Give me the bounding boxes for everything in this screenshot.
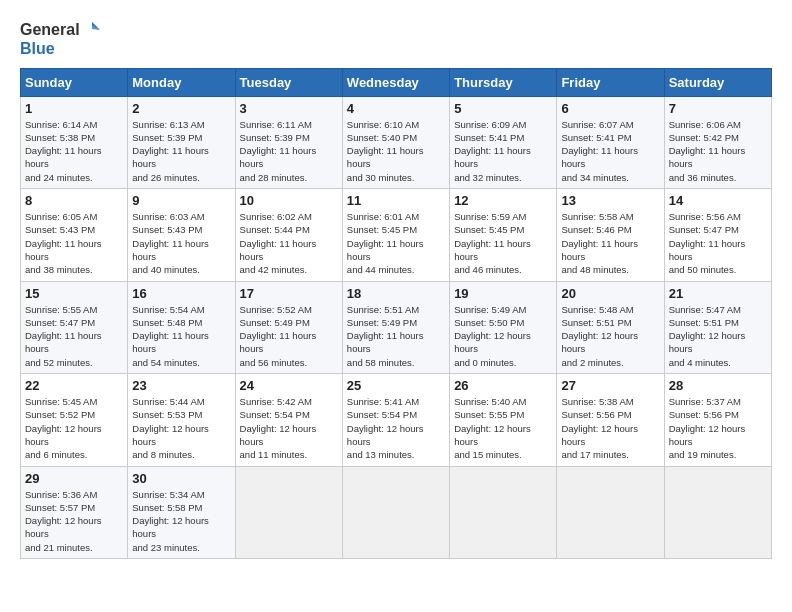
day-number: 29 xyxy=(25,471,123,486)
calendar-cell: 5 Sunrise: 6:09 AMSunset: 5:41 PMDayligh… xyxy=(450,96,557,188)
calendar-cell xyxy=(557,466,664,558)
calendar-week-5: 29 Sunrise: 5:36 AMSunset: 5:57 PMDaylig… xyxy=(21,466,772,558)
weekday-header-monday: Monday xyxy=(128,68,235,96)
day-info: Sunrise: 6:06 AMSunset: 5:42 PMDaylight:… xyxy=(669,118,767,184)
day-info: Sunrise: 5:59 AMSunset: 5:45 PMDaylight:… xyxy=(454,210,552,276)
calendar-cell: 19 Sunrise: 5:49 AMSunset: 5:50 PMDaylig… xyxy=(450,281,557,373)
logo-bird-icon xyxy=(82,20,102,40)
calendar-cell: 20 Sunrise: 5:48 AMSunset: 5:51 PMDaylig… xyxy=(557,281,664,373)
day-info: Sunrise: 5:38 AMSunset: 5:56 PMDaylight:… xyxy=(561,395,659,461)
day-number: 15 xyxy=(25,286,123,301)
day-number: 6 xyxy=(561,101,659,116)
day-number: 16 xyxy=(132,286,230,301)
day-info: Sunrise: 5:40 AMSunset: 5:55 PMDaylight:… xyxy=(454,395,552,461)
day-info: Sunrise: 5:42 AMSunset: 5:54 PMDaylight:… xyxy=(240,395,338,461)
day-info: Sunrise: 5:58 AMSunset: 5:46 PMDaylight:… xyxy=(561,210,659,276)
weekday-header-tuesday: Tuesday xyxy=(235,68,342,96)
calendar-cell: 26 Sunrise: 5:40 AMSunset: 5:55 PMDaylig… xyxy=(450,374,557,466)
calendar-cell: 28 Sunrise: 5:37 AMSunset: 5:56 PMDaylig… xyxy=(664,374,771,466)
day-info: Sunrise: 5:41 AMSunset: 5:54 PMDaylight:… xyxy=(347,395,445,461)
calendar-cell: 10 Sunrise: 6:02 AMSunset: 5:44 PMDaylig… xyxy=(235,189,342,281)
day-number: 17 xyxy=(240,286,338,301)
day-info: Sunrise: 6:10 AMSunset: 5:40 PMDaylight:… xyxy=(347,118,445,184)
day-info: Sunrise: 6:11 AMSunset: 5:39 PMDaylight:… xyxy=(240,118,338,184)
calendar-cell: 30 Sunrise: 5:34 AMSunset: 5:58 PMDaylig… xyxy=(128,466,235,558)
day-info: Sunrise: 5:55 AMSunset: 5:47 PMDaylight:… xyxy=(25,303,123,369)
day-info: Sunrise: 6:14 AMSunset: 5:38 PMDaylight:… xyxy=(25,118,123,184)
day-number: 26 xyxy=(454,378,552,393)
calendar-cell: 8 Sunrise: 6:05 AMSunset: 5:43 PMDayligh… xyxy=(21,189,128,281)
day-number: 2 xyxy=(132,101,230,116)
calendar-cell: 12 Sunrise: 5:59 AMSunset: 5:45 PMDaylig… xyxy=(450,189,557,281)
day-number: 9 xyxy=(132,193,230,208)
day-number: 20 xyxy=(561,286,659,301)
weekday-header-wednesday: Wednesday xyxy=(342,68,449,96)
day-number: 30 xyxy=(132,471,230,486)
calendar-cell: 23 Sunrise: 5:44 AMSunset: 5:53 PMDaylig… xyxy=(128,374,235,466)
calendar-cell: 2 Sunrise: 6:13 AMSunset: 5:39 PMDayligh… xyxy=(128,96,235,188)
day-info: Sunrise: 5:49 AMSunset: 5:50 PMDaylight:… xyxy=(454,303,552,369)
day-info: Sunrise: 5:56 AMSunset: 5:47 PMDaylight:… xyxy=(669,210,767,276)
calendar-cell: 22 Sunrise: 5:45 AMSunset: 5:52 PMDaylig… xyxy=(21,374,128,466)
day-info: Sunrise: 6:01 AMSunset: 5:45 PMDaylight:… xyxy=(347,210,445,276)
day-number: 11 xyxy=(347,193,445,208)
day-info: Sunrise: 5:54 AMSunset: 5:48 PMDaylight:… xyxy=(132,303,230,369)
calendar-cell: 9 Sunrise: 6:03 AMSunset: 5:43 PMDayligh… xyxy=(128,189,235,281)
calendar-cell: 17 Sunrise: 5:52 AMSunset: 5:49 PMDaylig… xyxy=(235,281,342,373)
calendar-cell: 13 Sunrise: 5:58 AMSunset: 5:46 PMDaylig… xyxy=(557,189,664,281)
logo-blue: Blue xyxy=(20,40,102,58)
calendar-week-2: 8 Sunrise: 6:05 AMSunset: 5:43 PMDayligh… xyxy=(21,189,772,281)
calendar-cell xyxy=(342,466,449,558)
weekday-header-sunday: Sunday xyxy=(21,68,128,96)
day-number: 8 xyxy=(25,193,123,208)
day-number: 10 xyxy=(240,193,338,208)
calendar-week-1: 1 Sunrise: 6:14 AMSunset: 5:38 PMDayligh… xyxy=(21,96,772,188)
calendar-cell xyxy=(235,466,342,558)
day-info: Sunrise: 6:07 AMSunset: 5:41 PMDaylight:… xyxy=(561,118,659,184)
calendar-cell: 29 Sunrise: 5:36 AMSunset: 5:57 PMDaylig… xyxy=(21,466,128,558)
day-number: 25 xyxy=(347,378,445,393)
day-number: 21 xyxy=(669,286,767,301)
day-number: 7 xyxy=(669,101,767,116)
day-info: Sunrise: 5:34 AMSunset: 5:58 PMDaylight:… xyxy=(132,488,230,554)
calendar-cell: 7 Sunrise: 6:06 AMSunset: 5:42 PMDayligh… xyxy=(664,96,771,188)
day-info: Sunrise: 5:48 AMSunset: 5:51 PMDaylight:… xyxy=(561,303,659,369)
calendar-cell: 11 Sunrise: 6:01 AMSunset: 5:45 PMDaylig… xyxy=(342,189,449,281)
day-info: Sunrise: 5:47 AMSunset: 5:51 PMDaylight:… xyxy=(669,303,767,369)
day-info: Sunrise: 5:51 AMSunset: 5:49 PMDaylight:… xyxy=(347,303,445,369)
day-number: 13 xyxy=(561,193,659,208)
calendar-cell: 18 Sunrise: 5:51 AMSunset: 5:49 PMDaylig… xyxy=(342,281,449,373)
day-number: 12 xyxy=(454,193,552,208)
calendar-cell: 14 Sunrise: 5:56 AMSunset: 5:47 PMDaylig… xyxy=(664,189,771,281)
day-info: Sunrise: 6:05 AMSunset: 5:43 PMDaylight:… xyxy=(25,210,123,276)
day-number: 3 xyxy=(240,101,338,116)
calendar-cell xyxy=(664,466,771,558)
day-number: 24 xyxy=(240,378,338,393)
day-number: 23 xyxy=(132,378,230,393)
day-info: Sunrise: 5:52 AMSunset: 5:49 PMDaylight:… xyxy=(240,303,338,369)
weekday-header-friday: Friday xyxy=(557,68,664,96)
weekday-header-saturday: Saturday xyxy=(664,68,771,96)
day-number: 14 xyxy=(669,193,767,208)
day-info: Sunrise: 5:44 AMSunset: 5:53 PMDaylight:… xyxy=(132,395,230,461)
day-number: 1 xyxy=(25,101,123,116)
calendar-table: SundayMondayTuesdayWednesdayThursdayFrid… xyxy=(20,68,772,559)
calendar-cell: 25 Sunrise: 5:41 AMSunset: 5:54 PMDaylig… xyxy=(342,374,449,466)
day-info: Sunrise: 6:13 AMSunset: 5:39 PMDaylight:… xyxy=(132,118,230,184)
calendar-cell: 24 Sunrise: 5:42 AMSunset: 5:54 PMDaylig… xyxy=(235,374,342,466)
calendar-cell: 15 Sunrise: 5:55 AMSunset: 5:47 PMDaylig… xyxy=(21,281,128,373)
logo-general: General xyxy=(20,21,80,39)
day-info: Sunrise: 5:37 AMSunset: 5:56 PMDaylight:… xyxy=(669,395,767,461)
calendar-cell: 4 Sunrise: 6:10 AMSunset: 5:40 PMDayligh… xyxy=(342,96,449,188)
calendar-cell xyxy=(450,466,557,558)
day-info: Sunrise: 5:45 AMSunset: 5:52 PMDaylight:… xyxy=(25,395,123,461)
day-info: Sunrise: 5:36 AMSunset: 5:57 PMDaylight:… xyxy=(25,488,123,554)
day-info: Sunrise: 6:09 AMSunset: 5:41 PMDaylight:… xyxy=(454,118,552,184)
calendar-cell: 16 Sunrise: 5:54 AMSunset: 5:48 PMDaylig… xyxy=(128,281,235,373)
day-number: 22 xyxy=(25,378,123,393)
day-number: 4 xyxy=(347,101,445,116)
logo: General Blue xyxy=(20,20,102,58)
calendar-week-4: 22 Sunrise: 5:45 AMSunset: 5:52 PMDaylig… xyxy=(21,374,772,466)
day-number: 19 xyxy=(454,286,552,301)
day-info: Sunrise: 6:03 AMSunset: 5:43 PMDaylight:… xyxy=(132,210,230,276)
